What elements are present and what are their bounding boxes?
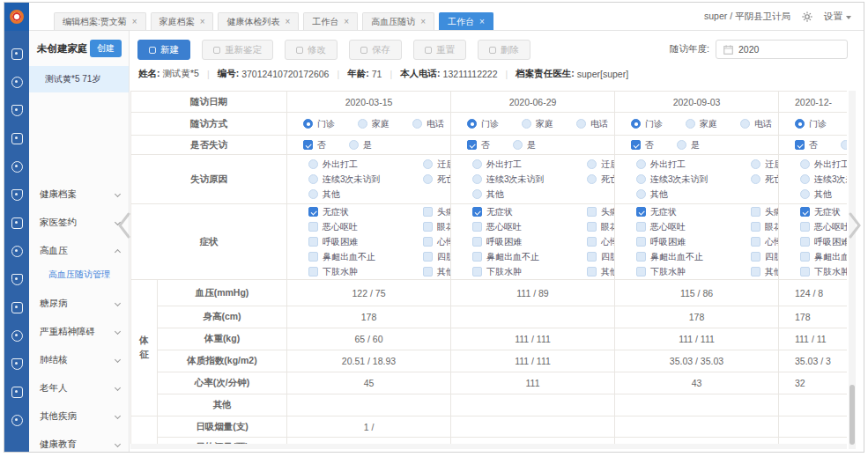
rail-icon-1[interactable] — [11, 48, 23, 60]
vertical-scrollbar[interactable] — [849, 91, 856, 449]
checkbox-心悸胸闷[interactable] — [751, 237, 760, 247]
rail-icon-13[interactable] — [11, 387, 23, 398]
radio-死亡[interactable] — [587, 174, 597, 184]
新建-button[interactable]: 新建 — [137, 40, 190, 60]
修改-button[interactable]: 修改 — [285, 40, 338, 60]
sidebar-item-肺结核[interactable]: 肺结核 — [29, 346, 129, 374]
create-family-button[interactable]: 创建 — [90, 40, 122, 57]
checkbox-眼花耳鸣[interactable] — [423, 222, 433, 232]
rail-icon-7[interactable] — [11, 217, 23, 229]
checkbox-无症状[interactable] — [636, 207, 646, 217]
vertical-scrollbar-thumb[interactable] — [849, 385, 855, 445]
radio-其他[interactable] — [800, 189, 810, 199]
checkbox-恶心呕吐[interactable] — [800, 222, 810, 232]
year-input[interactable]: 2020 — [716, 40, 848, 59]
radio-外出打工[interactable] — [800, 159, 810, 169]
checkbox-否[interactable] — [795, 140, 805, 150]
radio-是[interactable] — [513, 140, 523, 150]
checkbox-无症状[interactable] — [800, 207, 810, 217]
radio-电话[interactable] — [412, 119, 422, 129]
checkbox-否[interactable] — [303, 140, 313, 150]
settings-menu[interactable]: 设置 — [824, 11, 851, 23]
app-logo[interactable] — [4, 3, 29, 31]
checkbox-头痛头晕[interactable] — [423, 207, 433, 217]
radio-连续3次未访到[interactable] — [472, 174, 482, 184]
checkbox-头痛头晕[interactable] — [751, 207, 760, 217]
radio-家庭[interactable] — [522, 119, 531, 129]
checkbox-呼吸困难[interactable] — [472, 237, 482, 247]
radio-是[interactable] — [349, 140, 359, 150]
重置-button[interactable]: 重置 — [413, 40, 466, 60]
sidebar-item-家医签约[interactable]: 家医签约 — [29, 209, 129, 237]
sidebar-item-高血压[interactable]: 高血压 — [29, 237, 129, 265]
radio-外出打工[interactable] — [472, 159, 482, 169]
radio-迁居他处[interactable] — [587, 159, 597, 169]
checkbox-下肢水肿[interactable] — [636, 267, 646, 276]
close-icon[interactable]: × — [479, 18, 485, 26]
rail-icon-2[interactable] — [11, 77, 23, 88]
radio-电话[interactable] — [576, 119, 586, 129]
sidebar-item-糖尿病[interactable]: 糖尿病 — [29, 290, 129, 318]
radio-是[interactable] — [841, 140, 847, 150]
sidebar-item-健康教育[interactable]: 健康教育 — [29, 431, 129, 453]
rail-icon-3[interactable] — [11, 105, 23, 116]
radio-连续3次未访到[interactable] — [636, 174, 646, 184]
checkbox-下肢水肿[interactable] — [800, 267, 810, 276]
radio-迁居他处[interactable] — [423, 159, 433, 169]
checkbox-无症状[interactable] — [472, 207, 482, 217]
checkbox-心悸胸闷[interactable] — [423, 237, 433, 247]
close-icon[interactable]: × — [132, 18, 137, 26]
checkbox-恶心呕吐[interactable] — [472, 222, 482, 232]
sidebar-item-其他疾病[interactable]: 其他疾病 — [29, 402, 129, 431]
sidebar-item-老年人[interactable]: 老年人 — [29, 374, 129, 402]
rail-icon-4[interactable] — [11, 133, 23, 144]
tab-3[interactable]: 健康体检列表× — [218, 12, 299, 30]
checkbox-否[interactable] — [467, 140, 477, 150]
checkbox-鼻衄出血不止[interactable] — [308, 252, 318, 262]
rail-icon-11[interactable] — [11, 330, 23, 342]
radio-其他[interactable] — [636, 189, 646, 199]
checkbox-下肢水肿[interactable] — [308, 267, 318, 276]
horizontal-scrollbar[interactable] — [130, 444, 847, 449]
radio-死亡[interactable] — [423, 174, 433, 184]
radio-其他[interactable] — [472, 189, 482, 199]
radio-其他[interactable] — [308, 189, 318, 199]
checkbox-恶心呕吐[interactable] — [636, 222, 646, 232]
radio-门诊[interactable] — [303, 119, 313, 129]
next-column-button[interactable] — [848, 212, 862, 239]
rail-icon-10[interactable] — [11, 302, 23, 313]
保存-button[interactable]: 保存 — [349, 40, 402, 60]
radio-外出打工[interactable] — [308, 159, 318, 169]
checkbox-心悸胸闷[interactable] — [587, 237, 597, 247]
radio-连续3次未访到[interactable] — [308, 174, 318, 184]
close-icon[interactable]: × — [420, 18, 426, 26]
checkbox-其他[interactable] — [587, 267, 597, 276]
patient-list-item[interactable]: 测试黄*5 71岁 — [29, 66, 129, 92]
checkbox-其他[interactable] — [423, 267, 433, 276]
checkbox-头痛头晕[interactable] — [587, 207, 597, 217]
checkbox-鼻衄出血不止[interactable] — [636, 252, 646, 262]
tab-5[interactable]: 高血压随访× — [362, 12, 434, 30]
checkbox-眼花耳鸣[interactable] — [587, 222, 597, 232]
checkbox-呼吸困难[interactable] — [636, 237, 646, 247]
checkbox-下肢水肿[interactable] — [472, 267, 482, 276]
sidebar-item-健康档案[interactable]: 健康档案 — [29, 181, 129, 209]
gear-icon[interactable] — [802, 11, 812, 22]
radio-迁居他处[interactable] — [751, 159, 760, 169]
radio-电话[interactable] — [740, 119, 750, 129]
radio-门诊[interactable] — [795, 119, 805, 129]
radio-门诊[interactable] — [467, 119, 477, 129]
radio-是[interactable] — [677, 140, 686, 150]
checkbox-四肢发麻[interactable] — [751, 252, 760, 262]
checkbox-无症状[interactable] — [308, 207, 318, 217]
rail-icon-12[interactable] — [11, 358, 23, 370]
checkbox-鼻衄出血不止[interactable] — [800, 252, 810, 262]
checkbox-恶心呕吐[interactable] — [308, 222, 318, 232]
radio-家庭[interactable] — [358, 119, 367, 129]
checkbox-眼花耳鸣[interactable] — [751, 222, 760, 232]
checkbox-四肢发麻[interactable] — [587, 252, 597, 262]
checkbox-否[interactable] — [631, 140, 641, 150]
radio-死亡[interactable] — [751, 174, 760, 184]
删除-button[interactable]: 删除 — [478, 40, 530, 60]
tab-6[interactable]: 工作台× — [439, 12, 493, 30]
